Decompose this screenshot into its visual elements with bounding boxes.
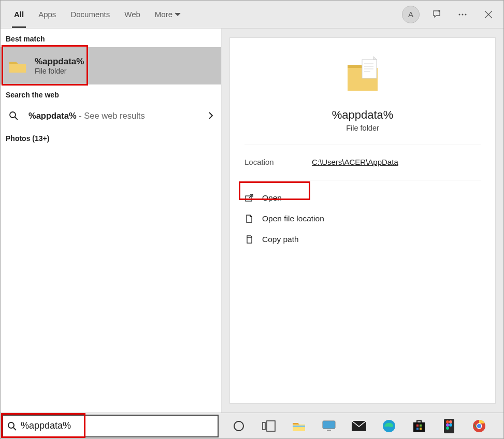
search-web-query: %appdata% [28,111,77,120]
tab-all[interactable]: All [7,1,31,28]
search-web-text: %appdata% - See web results [28,111,145,121]
feedback-icon[interactable] [425,1,449,29]
copy-icon [244,235,262,244]
avatar-circle: A [402,6,420,23]
search-web-hint: - See web results [77,111,145,120]
tab-more-label: More [155,10,172,19]
action-copy-path-label: Copy path [262,235,299,244]
svg-point-28 [446,427,449,430]
svg-point-24 [446,420,449,423]
best-match-heading: Best match [1,29,221,47]
svg-point-26 [446,423,449,427]
svg-point-31 [477,424,481,428]
svg-rect-22 [420,428,422,430]
user-avatar[interactable]: A [399,1,423,29]
task-view-icon[interactable] [260,417,278,435]
microsoft-store-icon[interactable] [410,417,428,435]
location-label: Location [244,158,312,166]
folder-preview-icon [344,55,381,97]
svg-rect-11 [267,421,275,431]
action-open-file-location-label: Open file location [262,214,324,223]
location-path[interactable]: C:\Users\ACER\AppData [312,158,398,166]
action-open-file-location[interactable]: Open file location [244,208,481,229]
preview-subtitle: File folder [346,124,379,132]
tab-web[interactable]: Web [117,1,148,28]
svg-point-25 [449,420,452,423]
svg-rect-23 [444,419,454,433]
preview-actions: Open Open file location Copy path [230,180,495,257]
folder-icon [8,56,27,76]
search-web-result[interactable]: %appdata% - See web results [1,103,221,128]
best-match-result[interactable]: %appdata% File folder [1,47,221,84]
svg-point-2 [462,13,464,15]
taskbar [1,413,503,438]
svg-rect-15 [327,430,331,431]
action-open-label: Open [262,193,282,203]
svg-rect-18 [413,422,425,432]
best-match-title: %appdata% [35,56,84,67]
search-main: Best match %appdata% File folder Search … [1,29,503,413]
svg-rect-20 [420,424,422,427]
edge-icon[interactable] [380,417,398,435]
chevron-right-icon [208,112,214,119]
more-options-icon[interactable] [451,1,474,29]
search-scope-tabs: All Apps Documents Web More [7,1,188,28]
preview-header: %appdata% File folder [244,38,481,145]
chrome-icon[interactable] [470,417,488,435]
photos-heading[interactable]: Photos (13+) [1,128,221,147]
svg-point-9 [234,421,243,431]
search-icon [7,421,17,431]
svg-point-27 [449,423,452,427]
search-results-column: Best match %appdata% File folder Search … [1,29,222,413]
windows-search-window: All Apps Documents Web More A [0,0,504,439]
cortana-icon[interactable] [230,417,248,435]
svg-rect-7 [247,237,252,243]
best-match-subtitle: File folder [35,67,84,75]
svg-rect-13 [323,421,335,429]
best-match-text: %appdata% File folder [35,56,84,75]
figma-icon[interactable] [440,417,458,435]
preview-card: %appdata% File folder Location C:\Users\… [230,38,495,403]
search-topbar: All Apps Documents Web More A [1,1,503,29]
open-icon [244,193,262,203]
svg-rect-21 [416,428,419,430]
svg-rect-12 [293,426,305,427]
svg-point-0 [439,10,440,11]
file-location-icon [244,214,262,223]
topbar-right: A [399,1,503,28]
svg-rect-19 [416,424,419,427]
taskbar-search[interactable] [2,415,219,437]
svg-rect-10 [263,422,265,430]
action-copy-path[interactable]: Copy path [244,229,481,250]
svg-point-4 [10,112,16,118]
preview-pane: %appdata% File folder Location C:\Users\… [222,29,503,413]
close-icon[interactable] [477,1,500,29]
chevron-down-icon [175,11,181,18]
file-explorer-icon[interactable] [290,417,308,435]
preview-title: %appdata% [332,108,394,122]
tab-more[interactable]: More [148,1,188,28]
preview-location-row: Location C:\Users\ACER\AppData [244,145,481,180]
action-open[interactable]: Open [244,188,481,208]
search-web-heading: Search the web [1,84,221,103]
display-settings-icon[interactable] [320,417,338,435]
taskbar-search-input[interactable] [21,420,213,431]
search-icon [8,111,19,120]
mail-icon[interactable] [350,417,368,435]
svg-point-3 [465,13,467,15]
tab-documents[interactable]: Documents [63,1,117,28]
tab-apps[interactable]: Apps [31,1,63,28]
taskbar-icons [230,417,488,435]
svg-point-8 [8,422,14,428]
svg-point-1 [459,13,460,15]
